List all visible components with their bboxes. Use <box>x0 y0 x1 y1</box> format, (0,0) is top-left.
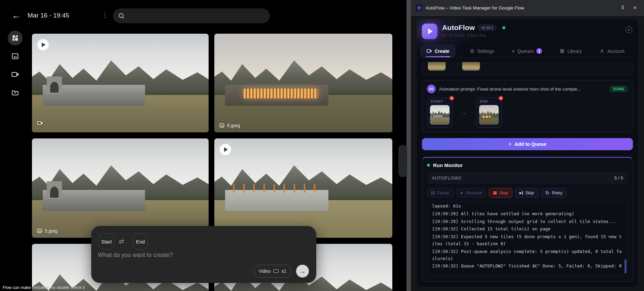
flow-app: ← Mar 16 - 19:45 ⋮ + ⚙ ⋮ ULTR <box>0 0 406 291</box>
retry-icon: ↻ <box>545 190 550 195</box>
output-count: x1 <box>281 268 286 274</box>
gear-icon: ⚙ <box>470 48 474 54</box>
log-line: [19:50:32] Expected 5 new tiles (5 done … <box>432 233 623 248</box>
tile-2-filename: 6.jpeg <box>219 123 240 128</box>
prompt-composer: Start ⇄ End Video x1 → <box>91 226 316 283</box>
stop-button[interactable]: Stop <box>489 188 512 198</box>
project-title: Mar 16 - 19:45 <box>28 12 69 19</box>
gallery-tile-1[interactable] <box>32 34 209 132</box>
remove-start-frame-icon[interactable]: ✕ <box>449 95 455 101</box>
panel-resize-handle[interactable] <box>398 145 407 177</box>
end-slot-label: END <box>480 100 499 103</box>
task-card-5: #5 Animation prompt: Fixed drone-level e… <box>422 80 633 133</box>
video-type-icon <box>37 120 43 128</box>
left-rail <box>0 29 30 102</box>
panel-scroll-area[interactable]: #5 Animation prompt: Fixed drone-level e… <box>417 58 638 287</box>
online-status-dot <box>502 26 505 29</box>
queue-progress: 5 / 5 <box>614 175 623 181</box>
start-frame-thumbnail <box>430 105 450 125</box>
status-badge: DONE <box>610 86 628 92</box>
run-monitor-title: Run Monitor <box>433 162 463 168</box>
end-frame-button[interactable]: End <box>133 233 148 250</box>
run-log-console[interactable]: lapsed: 61s [19:50:29] All tiles have se… <box>427 202 628 277</box>
autoflow-logo-icon <box>422 24 437 39</box>
tile-4-image <box>214 138 392 238</box>
start-frame-slot[interactable]: ✕ START <box>427 97 453 128</box>
active-queue-bar: AUTOFLOW2 5 / 5 <box>427 172 628 184</box>
play-icon[interactable] <box>220 144 231 155</box>
close-icon[interactable]: ✕ <box>631 3 639 12</box>
add-to-queue-button[interactable]: + Add to Queue <box>422 138 633 150</box>
search-icon <box>118 13 124 19</box>
running-status-dot <box>427 164 430 167</box>
search-bar[interactable] <box>113 8 270 23</box>
back-icon[interactable]: ← <box>10 9 22 22</box>
submit-prompt-button[interactable]: → <box>296 265 309 278</box>
task-prompt-text: Animation prompt: Fixed drone-level exte… <box>439 87 606 92</box>
gallery-tile-4[interactable] <box>214 138 392 238</box>
start-frame-button[interactable]: Start <box>99 233 114 250</box>
plus-icon: + <box>508 141 512 148</box>
image-icon <box>219 123 225 128</box>
play-icon: ▶ <box>461 191 463 195</box>
tab-queues[interactable]: ≡ Queues 1 <box>509 45 545 57</box>
pause-icon <box>431 191 434 195</box>
tile-1-image <box>32 34 209 132</box>
tile-2-image <box>214 34 392 132</box>
rail-item-upload-folder[interactable] <box>0 84 30 102</box>
extension-logo-icon <box>416 4 422 11</box>
gallery-tile-3[interactable]: 5.jpeg <box>32 138 209 238</box>
autoflow-header: AutoFlow v5.10.1 AI VIDEO ENGINE i <box>417 19 638 41</box>
log-line: [19:50:29] All tiles have settled (no mo… <box>432 211 623 218</box>
task-id-badge: #5 <box>427 85 436 93</box>
thumbnail <box>428 62 446 71</box>
play-icon[interactable] <box>37 39 49 51</box>
folder-upload-icon <box>11 89 19 97</box>
thumbnail <box>462 62 480 71</box>
output-type-selector[interactable]: Video x1 <box>254 265 291 278</box>
rail-item-dashboard[interactable] <box>0 29 30 47</box>
log-scrollbar-thumb[interactable] <box>624 259 627 273</box>
output-type-label: Video <box>259 268 271 274</box>
tile-3-image <box>32 138 209 238</box>
tab-bar: Create ⚙ Settings ≡ Queues 1 Library <box>417 41 638 58</box>
app-tagline: AI VIDEO ENGINE <box>442 33 505 37</box>
rail-item-images[interactable] <box>0 47 30 65</box>
previous-task-card-partial[interactable] <box>422 62 633 75</box>
resume-button[interactable]: ▶ Resume <box>456 188 486 198</box>
stop-icon <box>493 191 497 195</box>
log-line: lapsed: 61s <box>432 203 623 210</box>
end-frame-slot[interactable]: ✕ END <box>476 97 502 128</box>
rail-item-videos[interactable] <box>0 65 30 84</box>
retry-button[interactable]: ↻ Retry <box>541 188 567 198</box>
run-controls: Pause ▶ Resume Stop ▶ Skip <box>427 188 628 198</box>
queue-name: AUTOFLOW2 <box>432 175 614 181</box>
search-input[interactable] <box>128 13 264 19</box>
swap-frames-icon[interactable]: ⇄ <box>119 237 124 245</box>
version-badge: v5.10.1 <box>478 25 496 31</box>
info-icon[interactable]: i <box>625 26 632 33</box>
autoflow-card: AutoFlow v5.10.1 AI VIDEO ENGINE i Creat… <box>416 19 639 287</box>
page-scrollbar[interactable] <box>406 0 411 291</box>
tile-3-filename: 5.jpeg <box>37 228 58 234</box>
prompt-input[interactable] <box>98 252 307 259</box>
end-frame-thumbnail <box>479 105 499 125</box>
start-slot-label: START <box>431 100 450 103</box>
run-monitor-card: Run Monitor AUTOFLOW2 5 / 5 Pause ▶ Resu… <box>422 157 633 282</box>
project-menu-icon[interactable]: ⋮ <box>101 10 109 20</box>
tab-settings[interactable]: ⚙ Settings <box>467 45 497 57</box>
tab-create[interactable]: Create <box>421 45 455 57</box>
gallery-tile-2[interactable]: 6.jpeg <box>214 34 392 132</box>
queues-list-icon: ≡ <box>512 48 515 54</box>
pause-button[interactable]: Pause <box>427 188 454 198</box>
remove-end-frame-icon[interactable]: ✕ <box>498 95 504 101</box>
skip-button[interactable]: ▶ Skip <box>515 188 538 198</box>
pin-icon[interactable] <box>618 3 627 12</box>
skip-icon: ▶ <box>520 191 523 195</box>
tab-library[interactable]: Library <box>557 45 584 57</box>
log-line: [19:50:32] Collected 15 total tile(s) on… <box>432 226 623 233</box>
person-icon <box>599 48 605 54</box>
flow-topbar: ← Mar 16 - 19:45 ⋮ + ⚙ ⋮ ULTR <box>0 0 406 30</box>
tab-account[interactable]: Account <box>597 45 627 57</box>
log-line: [19:50:32] Post-queue analysis complete:… <box>432 248 623 262</box>
